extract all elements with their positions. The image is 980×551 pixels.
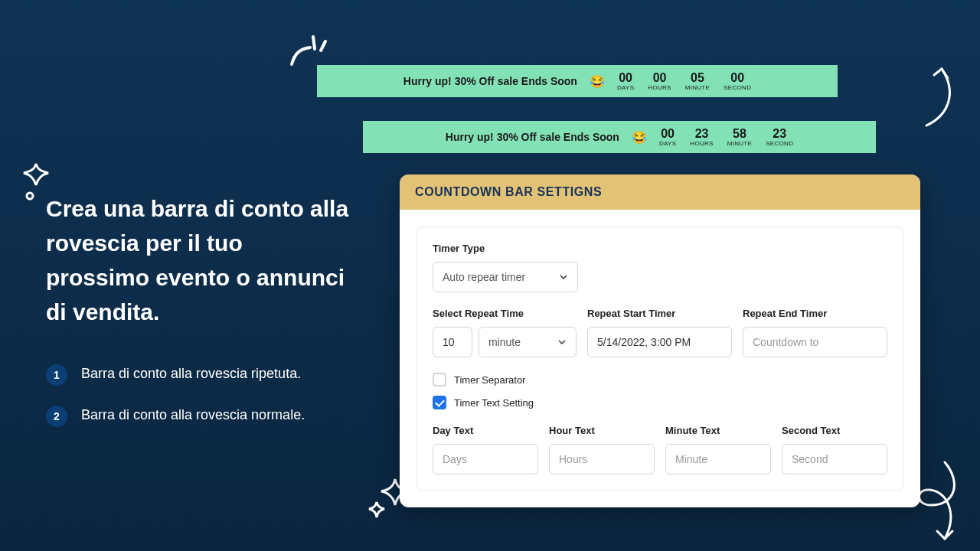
bullet-number-1: 1	[46, 364, 67, 386]
countdown-bar-preview-1: Hurry up! 30% Off sale Ends Soon 😂 00DAY…	[317, 65, 838, 97]
countdown-bar-preview-2: Hurry up! 30% Off sale Ends Soon 😂 00DAY…	[363, 121, 876, 153]
day-text-label: Day Text	[433, 425, 538, 436]
hour-text-input[interactable]	[549, 444, 655, 474]
emoji-icon: 😂	[632, 130, 647, 145]
card-title: COUNTDOWN BAR SETTIGNS	[400, 174, 920, 210]
timer-text-setting-label: Timer Text Setting	[454, 397, 534, 409]
timer-separator-label: Timer Separator	[454, 374, 525, 386]
emoji-icon: 😂	[590, 74, 605, 89]
repeat-end-label: Repeat End Timer	[743, 308, 887, 319]
repeat-start-label: Repeat Start Timer	[587, 308, 732, 319]
bullet-text-1: Barra di conto alla rovescia ripetuta.	[81, 363, 301, 385]
bar-message: Hurry up! 30% Off sale Ends Soon	[403, 75, 577, 87]
repeat-start-input[interactable]	[587, 327, 732, 357]
hour-text-label: Hour Text	[549, 425, 655, 436]
day-text-input[interactable]	[433, 444, 538, 474]
svg-point-0	[27, 193, 33, 199]
second-text-label: Second Text	[782, 425, 887, 436]
settings-card: COUNTDOWN BAR SETTIGNS Timer Type Auto r…	[400, 174, 920, 507]
repeat-time-unit-select[interactable]: minute	[479, 327, 577, 357]
bar-message: Hurry up! 30% Off sale Ends Soon	[446, 131, 619, 143]
bullet-text-2: Barra di conto alla rovescia normale.	[81, 404, 305, 426]
minute-text-input[interactable]	[665, 444, 771, 474]
headline: Crea una barra di conto alla rovescia pe…	[46, 191, 352, 329]
repeat-end-input[interactable]	[743, 327, 887, 357]
chevron-down-icon	[557, 337, 567, 347]
timer-type-label: Timer Type	[433, 243, 887, 254]
timer-separator-checkbox[interactable]	[433, 373, 446, 386]
timer-text-setting-checkbox[interactable]	[433, 396, 446, 409]
bullet-item: 1 Barra di conto alla rovescia ripetuta.	[46, 363, 352, 386]
bullet-number-2: 2	[46, 406, 67, 427]
repeat-time-label: Select Repeat Time	[433, 308, 577, 319]
repeat-time-value-input[interactable]	[433, 327, 472, 357]
second-text-input[interactable]	[782, 444, 887, 474]
minute-text-label: Minute Text	[665, 425, 771, 436]
chevron-down-icon	[559, 272, 568, 282]
bullet-item: 2 Barra di conto alla rovescia normale.	[46, 404, 352, 427]
timer-type-select[interactable]: Auto repear timer	[433, 262, 578, 292]
